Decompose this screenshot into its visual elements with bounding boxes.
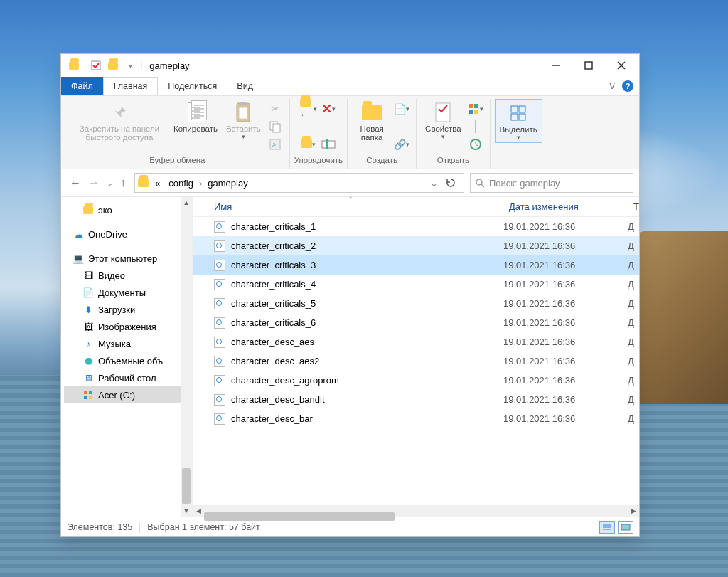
tree-node-eco[interactable]: эко [64, 201, 192, 218]
tree-node-onedrive[interactable]: ☁OneDrive [64, 226, 192, 243]
tree-node-3dobjects[interactable]: ⬣Объемные объ [64, 352, 192, 369]
tree-scrollbar[interactable]: ▲ ▼ [181, 197, 192, 517]
svg-rect-21 [511, 114, 518, 120]
address-bar[interactable]: « config › gameplay ⌄ [134, 173, 464, 193]
svg-rect-32 [621, 524, 630, 530]
address-row: ← → ⌄ ↑ « config › gameplay ⌄ Поиск: gam… [61, 169, 639, 196]
tree-node-documents[interactable]: 📄Документы [64, 284, 192, 301]
collapse-ribbon-icon[interactable]: ᐯ [609, 81, 615, 91]
pin-quickaccess-button[interactable]: Закрепить на панели быстрого доступа [70, 99, 169, 143]
up-button[interactable]: ↑ [120, 176, 126, 189]
tree-node-thispc[interactable]: 💻Этот компьютер [64, 250, 192, 267]
tree-node-drive-c[interactable]: Acer (C:) [64, 386, 192, 403]
select-button[interactable]: Выделить ▾ [495, 99, 542, 143]
onedrive-icon: ☁ [73, 228, 84, 240]
file-row[interactable]: character_desc_aes19.01.2021 16:36Д [193, 332, 639, 351]
file-date: 19.01.2021 16:36 [503, 413, 628, 424]
breadcrumb-item[interactable]: config [166, 178, 196, 189]
easy-access-icon: 🔗 [394, 139, 406, 150]
file-row[interactable]: character_criticals_119.01.2021 16:36Д [193, 217, 639, 236]
thumbnails-view-button[interactable] [618, 521, 633, 534]
file-date: 19.01.2021 16:36 [503, 279, 628, 290]
checkbox-icon[interactable] [90, 60, 102, 71]
refresh-button[interactable] [441, 177, 461, 189]
tab-file[interactable]: Файл [61, 77, 103, 95]
details-view-button[interactable] [599, 521, 615, 534]
minimize-button[interactable] [540, 55, 572, 76]
move-to-button[interactable]: →▾ [300, 100, 317, 117]
copy-to-button[interactable]: ▾ [300, 136, 317, 153]
collapse-icon[interactable]: ⌃ [348, 196, 353, 203]
file-row[interactable]: character_criticals_219.01.2021 16:36Д [193, 236, 639, 255]
file-date: 19.01.2021 16:36 [503, 260, 628, 270]
svg-rect-28 [89, 396, 92, 399]
file-row[interactable]: character_criticals_319.01.2021 16:36Д [193, 255, 639, 275]
close-button[interactable] [605, 55, 638, 76]
navigation-tree[interactable]: эко ☁OneDrive 💻Этот компьютер 🎞Видео 📄До… [61, 197, 193, 517]
address-dropdown[interactable]: ⌄ [430, 178, 438, 189]
svg-rect-25 [84, 391, 87, 394]
qat-dropdown[interactable]: ▾ [124, 60, 136, 71]
file-name: character_criticals_6 [231, 317, 316, 328]
forward-button[interactable]: → [88, 176, 100, 189]
file-icon [214, 375, 225, 386]
rename-button[interactable] [320, 136, 337, 153]
search-input[interactable]: Поиск: gameplay [470, 173, 633, 193]
history-button[interactable] [467, 137, 484, 153]
paste-button[interactable]: Вставить ▾ [222, 99, 265, 142]
file-type: Д [628, 356, 639, 366]
svg-rect-22 [519, 114, 525, 120]
copy-path-button[interactable] [267, 118, 284, 134]
folder-icon [82, 204, 94, 216]
copy-path-icon [269, 120, 282, 133]
easy-access-button[interactable]: 🔗▾ [393, 136, 410, 153]
tree-node-music[interactable]: ♪Музыка [64, 335, 192, 352]
tree-node-pictures[interactable]: 🖼Изображения [64, 318, 192, 335]
help-icon[interactable]: ? [622, 80, 633, 92]
column-date[interactable]: Дата изменения [503, 197, 628, 216]
copy-button[interactable]: Копировать [169, 99, 222, 134]
file-row[interactable]: character_desc_bar19.01.2021 16:36Д [193, 409, 639, 428]
cut-button[interactable]: ✂ [267, 100, 284, 117]
file-date: 19.01.2021 16:36 [503, 221, 628, 232]
back-button[interactable]: ← [70, 176, 81, 189]
paste-shortcut-button[interactable] [267, 137, 284, 153]
svg-rect-6 [240, 102, 246, 105]
delete-button[interactable]: ✕▾ [320, 100, 337, 117]
properties-button[interactable]: Свойства ▾ [421, 99, 466, 142]
tree-node-desktop[interactable]: 🖥Рабочий стол [64, 369, 192, 386]
tree-node-video[interactable]: 🎞Видео [64, 267, 192, 284]
horizontal-scrollbar[interactable]: ◀▶ [193, 505, 639, 517]
tab-home[interactable]: Главная [103, 77, 159, 95]
chevron-right-icon[interactable]: › [199, 178, 202, 189]
columns-header[interactable]: Имя Дата изменения Т [193, 197, 639, 217]
file-row[interactable]: character_criticals_619.01.2021 16:36Д [193, 313, 639, 332]
maximize-button[interactable] [572, 55, 605, 76]
new-folder-icon [362, 100, 382, 125]
history-dropdown[interactable]: ⌄ [107, 179, 113, 188]
file-icon [214, 394, 225, 406]
new-folder-button[interactable]: Новая папка [352, 99, 392, 143]
file-row[interactable]: character_desc_aes219.01.2021 16:36Д [193, 351, 639, 371]
file-date: 19.01.2021 16:36 [503, 240, 628, 251]
tree-node-downloads[interactable]: ⬇Загрузки [64, 301, 192, 318]
svg-rect-26 [89, 391, 92, 394]
edit-button[interactable] [467, 118, 484, 134]
folder-icon[interactable] [107, 60, 119, 71]
file-type: Д [628, 279, 639, 290]
open-button[interactable]: ▾ [467, 100, 484, 117]
file-name: character_desc_aes2 [231, 356, 319, 366]
file-row[interactable]: character_criticals_519.01.2021 16:36Д [193, 294, 639, 313]
new-item-button[interactable]: 📄▾ [393, 100, 410, 117]
tab-share[interactable]: Поделиться [158, 77, 227, 95]
file-row[interactable]: character_criticals_419.01.2021 16:36Д [193, 275, 639, 294]
file-row[interactable]: character_desc_agroprom19.01.2021 16:36Д [193, 371, 639, 390]
breadcrumb-item[interactable]: gameplay [205, 178, 250, 189]
objects3d-icon: ⬣ [82, 355, 94, 366]
tab-view[interactable]: Вид [227, 77, 263, 95]
file-row[interactable]: character_desc_bandit19.01.2021 16:36Д [193, 390, 639, 409]
edit-icon [475, 121, 476, 132]
chevron-down-icon: ▾ [441, 133, 445, 140]
column-type[interactable]: Т [628, 197, 639, 216]
titlebar[interactable]: | ▾ | gameplay [61, 54, 639, 77]
